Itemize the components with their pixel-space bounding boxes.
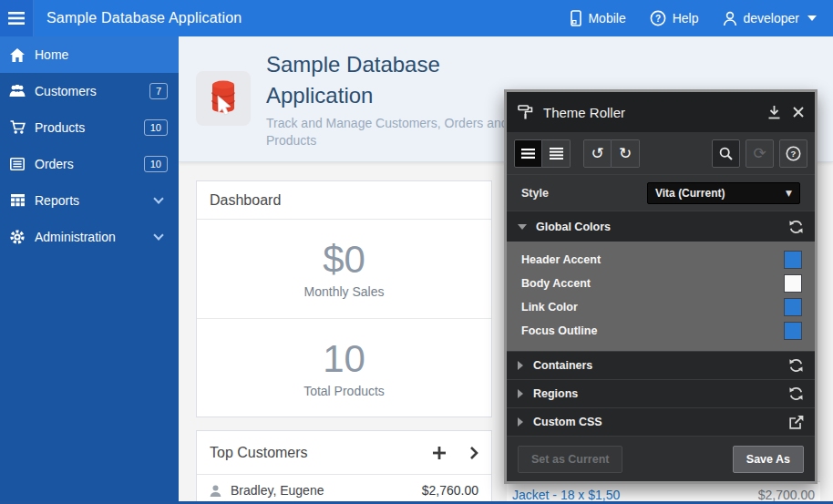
total-products-metric: 10 Total Products bbox=[197, 318, 491, 417]
sidebar-item-label: Administration bbox=[35, 230, 155, 244]
home-icon bbox=[0, 48, 35, 62]
person-icon bbox=[210, 485, 221, 497]
orders-list-icon bbox=[0, 158, 35, 170]
style-select-value: Vita (Current) bbox=[655, 187, 725, 200]
undo-button[interactable]: ↺ bbox=[583, 139, 612, 168]
theme-roller-help-button[interactable]: ? bbox=[779, 139, 807, 168]
monthly-sales-metric: $0 Monthly Sales bbox=[197, 220, 491, 318]
top-customers-region-title: Top Customers bbox=[210, 445, 308, 461]
theme-roller-toolbar: ↺ ↻ ⟳ ? bbox=[507, 132, 815, 174]
color-label: Link Color bbox=[521, 301, 578, 314]
link-color-swatch[interactable] bbox=[784, 298, 802, 316]
undo-icon: ↺ bbox=[591, 146, 603, 161]
sidebar-item-reports[interactable]: Reports bbox=[0, 182, 179, 219]
customer-amount: $2,760.00 bbox=[422, 483, 478, 498]
add-customer-button[interactable] bbox=[433, 447, 446, 459]
paint-roller-icon bbox=[518, 104, 535, 121]
order-amount: $2,700.00 bbox=[758, 488, 815, 502]
metric-label: Total Products bbox=[303, 384, 385, 398]
sidebar-item-customers[interactable]: Customers 7 bbox=[0, 73, 179, 109]
style-row: Style Vita (Current) ▼ bbox=[507, 174, 815, 211]
help-circle-icon: ? bbox=[786, 146, 801, 161]
app-database-icon bbox=[196, 71, 251, 126]
mobile-label: Mobile bbox=[588, 11, 625, 26]
containers-accordion-header[interactable]: Containers bbox=[507, 351, 815, 379]
sidebar-item-label: Reports bbox=[35, 193, 155, 208]
body-accent-swatch[interactable] bbox=[784, 274, 802, 293]
gear-icon bbox=[0, 230, 35, 244]
save-as-button[interactable]: Save As bbox=[733, 446, 804, 473]
color-label: Body Accent bbox=[521, 277, 591, 290]
help-icon: ? bbox=[650, 10, 666, 26]
metric-label: Monthly Sales bbox=[304, 284, 385, 299]
user-caret-icon bbox=[807, 15, 817, 21]
set-as-current-button[interactable]: Set as Current bbox=[518, 446, 622, 473]
color-label: Focus Outline bbox=[521, 324, 597, 337]
theme-roller-titlebar[interactable]: Theme Roller bbox=[507, 92, 815, 132]
metric-value: 10 bbox=[323, 338, 365, 380]
select-caret-icon: ▼ bbox=[786, 189, 792, 198]
top-customers-region: Top Customers Bradley, Eugene $2,760.00 bbox=[196, 430, 492, 504]
color-row-focus-outline: Focus Outline bbox=[507, 319, 815, 343]
administration-expand-chevron-icon bbox=[153, 230, 163, 240]
global-colors-body: Header Accent Body Accent Link Color Foc… bbox=[507, 242, 815, 351]
theme-roller-title: Theme Roller bbox=[543, 105, 625, 120]
sidebar-item-label: Orders bbox=[35, 157, 144, 171]
download-icon[interactable] bbox=[768, 106, 780, 119]
close-icon[interactable] bbox=[793, 107, 804, 118]
user-menu-item[interactable]: developer bbox=[723, 11, 818, 26]
sidebar-item-administration[interactable]: Administration bbox=[0, 219, 179, 255]
hamburger-menu-button[interactable] bbox=[0, 0, 34, 36]
custom-css-accordion-header[interactable]: Custom CSS bbox=[507, 407, 815, 436]
containers-title: Containers bbox=[533, 359, 592, 372]
show-common-attributes-toggle[interactable] bbox=[514, 139, 542, 168]
focus-outline-swatch[interactable] bbox=[784, 322, 802, 340]
sidebar-item-products[interactable]: Products 10 bbox=[0, 109, 179, 146]
sidebar-item-home[interactable]: Home bbox=[0, 36, 179, 73]
regions-accordion-header[interactable]: Regions bbox=[507, 379, 815, 407]
mobile-phone-icon bbox=[571, 10, 581, 26]
global-colors-accordion-header[interactable]: Global Colors bbox=[507, 211, 815, 242]
header-accent-swatch[interactable] bbox=[784, 251, 802, 269]
reset-regions-button[interactable] bbox=[788, 386, 804, 401]
search-icon bbox=[719, 147, 733, 160]
global-colors-title: Global Colors bbox=[536, 221, 611, 233]
style-select[interactable]: Vita (Current) ▼ bbox=[647, 182, 800, 204]
orders-count-badge: 10 bbox=[144, 156, 168, 172]
collapsed-triangle-icon bbox=[518, 417, 523, 427]
theme-roller-footer: Set as Current Save As bbox=[507, 436, 815, 481]
open-css-editor-button[interactable] bbox=[789, 415, 804, 429]
search-button[interactable] bbox=[712, 139, 740, 168]
style-label: Style bbox=[521, 187, 549, 200]
theme-roller-panel: Theme Roller ↺ ↻ bbox=[504, 89, 818, 484]
color-label: Header Accent bbox=[521, 253, 601, 266]
redo-button[interactable]: ↻ bbox=[612, 139, 640, 168]
collapsed-triangle-icon bbox=[518, 361, 523, 370]
dashboard-region-title: Dashboard bbox=[197, 181, 491, 220]
hamburger-icon bbox=[8, 12, 25, 25]
metric-value: $0 bbox=[323, 239, 365, 281]
color-row-link-color: Link Color bbox=[507, 295, 815, 319]
reset-global-colors-button[interactable] bbox=[788, 220, 804, 234]
show-all-attributes-toggle[interactable] bbox=[542, 139, 571, 168]
mobile-menu-item[interactable]: Mobile bbox=[571, 10, 625, 26]
customers-count-badge: 7 bbox=[149, 83, 168, 99]
help-label: Help bbox=[673, 11, 699, 26]
refresh-button-disabled[interactable]: ⟳ bbox=[746, 139, 774, 168]
reset-containers-button[interactable] bbox=[788, 358, 804, 373]
sidebar-nav: Home Customers 7 Products 10 Orders 10 bbox=[0, 36, 179, 504]
hero-title: Sample Database Application bbox=[266, 49, 458, 111]
sidebar-item-orders[interactable]: Orders 10 bbox=[0, 146, 179, 182]
sidebar-item-label: Customers bbox=[35, 84, 149, 98]
expanded-triangle-icon bbox=[518, 224, 527, 230]
svg-text:?: ? bbox=[655, 14, 661, 24]
sidebar-item-label: Products bbox=[35, 120, 144, 135]
reports-expand-chevron-icon bbox=[153, 193, 163, 203]
customers-icon bbox=[0, 85, 35, 98]
app-title: Sample Database Application bbox=[46, 10, 242, 26]
order-link[interactable]: Jacket - 18 x $1,50 bbox=[512, 488, 620, 502]
view-all-customers-chevron-button[interactable] bbox=[469, 447, 478, 459]
customer-row[interactable]: Bradley, Eugene $2,760.00 bbox=[197, 475, 491, 498]
help-menu-item[interactable]: ? Help bbox=[650, 10, 699, 26]
svg-text:?: ? bbox=[791, 149, 797, 159]
